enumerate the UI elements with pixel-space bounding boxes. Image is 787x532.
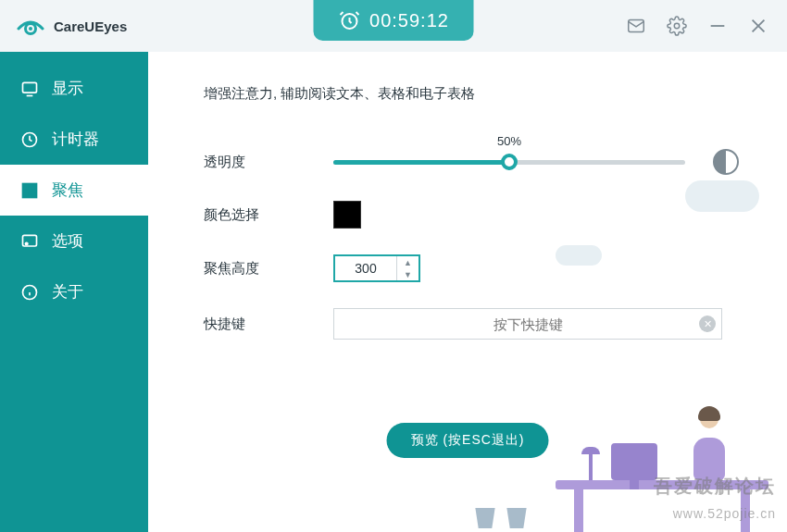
eye-logo-icon [17,16,44,36]
sidebar-item-label: 选项 [52,230,83,252]
sidebar-item-focus[interactable]: 聚焦 [0,165,148,216]
sidebar-item-options[interactable]: 选项 [0,216,148,266]
brand-text: CareUEyes [54,19,127,34]
sidebar-item-display[interactable]: 显示 [0,63,148,114]
color-swatch[interactable] [333,201,361,229]
svg-rect-11 [23,183,30,190]
hotkey-label: 快捷键 [204,315,333,333]
svg-point-4 [674,23,680,29]
preview-button[interactable]: 预览 (按ESC退出) [387,423,549,458]
watermark-line2: www.52pojie.cn [673,506,776,521]
hotkey-clear-icon[interactable]: ✕ [699,315,716,332]
mail-icon[interactable] [626,16,646,36]
spinner-down[interactable]: ▼ [397,268,418,280]
height-label: 聚焦高度 [204,260,333,278]
svg-point-16 [25,242,28,245]
svg-rect-3 [629,20,644,32]
sidebar-item-label: 显示 [52,78,83,99]
opacity-label: 透明度 [204,154,333,171]
opacity-value-text: 50% [497,134,521,148]
sidebar: 显示 计时器 聚焦 选项 关于 [0,52,148,532]
svg-rect-14 [31,191,37,197]
minimize-button[interactable] [707,16,728,36]
description-text: 增强注意力, 辅助阅读文本、表格和电子表格 [204,85,750,103]
svg-rect-13 [23,191,30,197]
sidebar-item-timer[interactable]: 计时器 [0,114,148,165]
close-button[interactable] [748,16,768,36]
logo-area: CareUEyes [0,16,127,36]
svg-rect-12 [31,183,37,190]
timer-value: 00:59:12 [369,10,449,31]
watermark-line1: 吾爱破解论坛 [654,474,776,499]
focus-height-spinner[interactable]: ▲ ▼ [333,254,420,282]
sidebar-item-about[interactable]: 关于 [0,266,148,317]
color-label: 颜色选择 [204,206,333,224]
svg-rect-8 [23,82,37,93]
contrast-icon[interactable] [713,149,739,175]
hotkey-box[interactable]: ✕ [333,308,722,340]
spinner-up[interactable]: ▲ [397,256,418,268]
main-panel: 增强注意力, 辅助阅读文本、表格和电子表格 透明度 50% [148,52,787,532]
timer-pill[interactable]: 00:59:12 [314,0,474,41]
sidebar-item-label: 聚焦 [52,179,83,201]
sidebar-item-label: 关于 [52,281,83,303]
settings-icon[interactable] [667,16,687,36]
hotkey-input[interactable] [334,309,721,339]
titlebar: CareUEyes 00:59:12 [0,0,787,52]
slider-thumb[interactable] [501,154,518,170]
sidebar-item-label: 计时器 [52,129,99,150]
opacity-slider[interactable]: 50% [333,160,685,165]
focus-height-input[interactable] [335,256,396,280]
svg-point-1 [29,27,32,31]
alarm-clock-icon [338,9,360,31]
